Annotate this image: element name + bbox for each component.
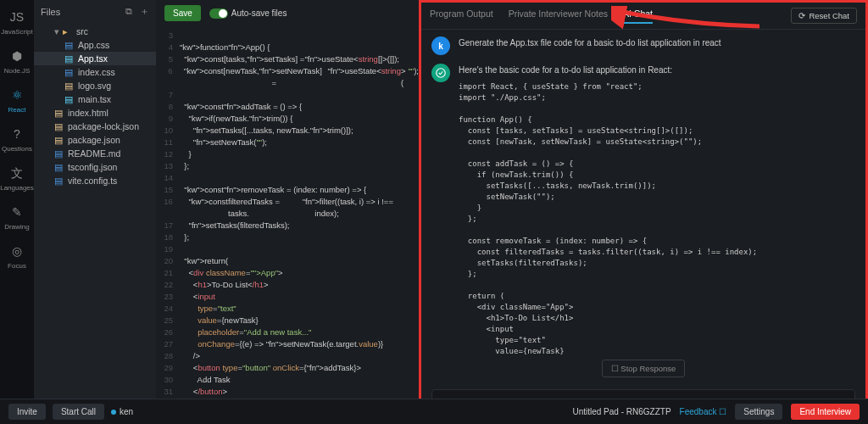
code-line[interactable]: 7 — [156, 89, 419, 101]
svg-point-0 — [437, 69, 446, 78]
code-line[interactable]: 29 <button type="button" onClick={"fn">a… — [156, 362, 419, 374]
code-line[interactable]: 11 "fn">setNewTask(""); — [156, 137, 419, 148]
file-App-css[interactable]: ▤App.css — [34, 38, 156, 52]
user-message-text: Generate the App.tsx file code for a bas… — [459, 36, 855, 55]
reset-chat-button[interactable]: ⟳ Reset Chat — [791, 8, 857, 24]
code-line[interactable]: 30 Add Task — [156, 374, 419, 386]
ai-chat-panel: Program OutputPrivate Interviewer NotesA… — [419, 0, 868, 424]
settings-button[interactable]: Settings — [735, 404, 782, 420]
code-line[interactable]: 22 <h1>To-Do List</h1> — [156, 279, 419, 291]
editor-toolbar: Save Auto-save files — [156, 0, 419, 26]
file-package-lock-json[interactable]: ▤package-lock.json — [34, 120, 156, 133]
code-line[interactable]: 10 "fn">setTasks([...tasks, newTask."fn"… — [156, 125, 419, 137]
react-icon: ⚛ — [9, 88, 25, 103]
file-README-md[interactable]: ▤README.md — [34, 147, 156, 160]
chat-body: k Generate the App.tsx file code for a b… — [421, 30, 865, 354]
code-line[interactable]: 6 "kw">const [newTask, "fn">setNewTask] … — [156, 65, 419, 89]
file-tsconfig-json[interactable]: ▤tsconfig.json — [34, 160, 156, 174]
code-line[interactable]: 20 "kw">return ( — [156, 255, 419, 267]
code-line[interactable]: 12 } — [156, 148, 419, 160]
ai-message-body: Here's the basic code for a to-do list a… — [459, 64, 855, 354]
chat-tabs: Program OutputPrivate Interviewer NotesA… — [430, 8, 653, 24]
code-line[interactable]: 25 value={newTask} — [156, 315, 419, 326]
code-editor[interactable]: 34"kw">function "fn">App() {5 "kw">const… — [156, 26, 419, 424]
files-pane: Files ⧉ ＋ ▾▸src▤App.css▤App.tsx▤index.cs… — [34, 0, 156, 424]
file-index-css[interactable]: ▤index.css — [34, 65, 156, 79]
new-file-icon[interactable]: ⧉ — [125, 6, 132, 16]
code-line[interactable]: 8 "kw">const "fn">addTask = () => { — [156, 101, 419, 113]
file-logo-svg[interactable]: ▤logo.svg — [34, 79, 156, 92]
rail-item-languages[interactable]: 文Languages — [0, 161, 34, 200]
code-line[interactable]: 9 "kw">if (newTask."fn">trim()) { — [156, 113, 419, 125]
code-line[interactable]: 16 "kw">const filteredTasks = tasks."fn"… — [156, 196, 419, 220]
rail-item-javascript[interactable]: JSJavaScript — [0, 5, 34, 44]
rail-item-node-js[interactable]: ⬢Node.JS — [0, 44, 34, 83]
autosave-label: Auto-save files — [231, 8, 287, 18]
end-interview-button[interactable]: End Interview — [791, 404, 860, 420]
files-title: Files — [41, 7, 60, 17]
presence-dot-icon — [111, 410, 116, 415]
react-file-icon: ▤ — [64, 53, 75, 64]
code-line[interactable]: 15 "kw">const "fn">removeTask = (index: … — [156, 184, 419, 196]
rail-item-react[interactable]: ⚛React — [0, 83, 34, 122]
pad-title: Untitled Pad - RN6GZZTP — [572, 407, 670, 416]
ts-file-icon: ▤ — [54, 162, 64, 172]
languages-icon: 文 — [9, 166, 25, 181]
stop-response-button[interactable]: ☐ Stop Response — [602, 360, 686, 377]
toggle-switch-icon[interactable] — [209, 8, 228, 19]
code-line[interactable]: 18 }; — [156, 232, 419, 243]
json-file-icon: ▤ — [54, 135, 64, 145]
file-vite-config-ts[interactable]: ▤vite.config.ts — [34, 174, 156, 187]
rail-item-questions[interactable]: ?Questions — [0, 122, 34, 161]
code-line[interactable]: 31 </button> — [156, 386, 419, 398]
autosave-toggle[interactable]: Auto-save files — [209, 8, 287, 19]
code-line[interactable]: 17 "fn">setTasks(filteredTasks); — [156, 220, 419, 232]
questions-icon: ? — [9, 127, 25, 142]
code-line[interactable]: 14 — [156, 172, 419, 184]
invite-button[interactable]: Invite — [8, 404, 46, 420]
code-line[interactable]: 28 /> — [156, 350, 419, 362]
tab-private-interviewer-notes[interactable]: Private Interviewer Notes — [509, 8, 608, 24]
folder-src[interactable]: ▾▸src — [34, 25, 156, 38]
files-header: Files ⧉ ＋ — [34, 0, 156, 23]
chat-header: Program OutputPrivate Interviewer NotesA… — [421, 3, 865, 30]
file-App-tsx[interactable]: ▤App.tsx — [34, 52, 156, 65]
chevron-down-icon: ▾ — [54, 26, 63, 36]
code-line[interactable]: 13 }; — [156, 160, 419, 172]
file-tree: ▾▸src▤App.css▤App.tsx▤index.css▤logo.svg… — [34, 23, 156, 189]
user-avatar: k — [431, 36, 450, 55]
code-line[interactable]: 3 — [156, 30, 419, 42]
left-rail: JSJavaScript⬢Node.JS⚛React?Questions文Lan… — [0, 0, 34, 424]
save-button[interactable]: Save — [164, 5, 201, 21]
css-file-icon: ▤ — [64, 67, 75, 77]
file-index-html[interactable]: ▤index.html — [34, 106, 156, 120]
code-line[interactable]: 26 placeholder="Add a new task..." — [156, 326, 419, 338]
file-package-json[interactable]: ▤package.json — [34, 133, 156, 147]
new-folder-icon[interactable]: ＋ — [140, 6, 149, 16]
drawing-icon: ✎ — [9, 205, 25, 220]
md-file-icon: ▤ — [54, 148, 64, 159]
tab-program-output[interactable]: Program Output — [430, 8, 493, 24]
code-line[interactable]: 23 <input — [156, 291, 419, 303]
file-main-tsx[interactable]: ▤main.tsx — [34, 92, 156, 106]
tab-ai-chat[interactable]: AI Chat — [623, 8, 653, 24]
react-file-icon: ▤ — [64, 94, 75, 104]
json-file-icon: ▤ — [54, 108, 64, 118]
ai-avatar — [431, 64, 450, 82]
css-file-icon: ▤ — [64, 40, 75, 50]
feedback-link[interactable]: Feedback ☐ — [680, 407, 727, 416]
presence-indicator: ken — [111, 407, 133, 416]
code-line[interactable]: 27 onChange={(e) => "fn">setNewTask(e.ta… — [156, 338, 419, 350]
focus-icon: ◎ — [9, 244, 25, 259]
code-line[interactable]: 4"kw">function "fn">App() { — [156, 42, 419, 53]
ai-message-text: Here's the basic code for a to-do list a… — [459, 64, 855, 76]
start-call-button[interactable]: Start Call — [53, 404, 104, 420]
code-line[interactable]: 24 type="text" — [156, 303, 419, 315]
rail-item-focus[interactable]: ◎Focus — [0, 239, 34, 278]
code-line[interactable]: 19 — [156, 243, 419, 255]
ai-message: Here's the basic code for a to-do list a… — [431, 64, 855, 354]
code-line[interactable]: 5 "kw">const [tasks, "fn">setTasks] = "f… — [156, 53, 419, 65]
svg-file-icon: ▤ — [64, 81, 75, 91]
rail-item-drawing[interactable]: ✎Drawing — [0, 200, 34, 239]
code-line[interactable]: 21 <div className="">App"> — [156, 267, 419, 279]
